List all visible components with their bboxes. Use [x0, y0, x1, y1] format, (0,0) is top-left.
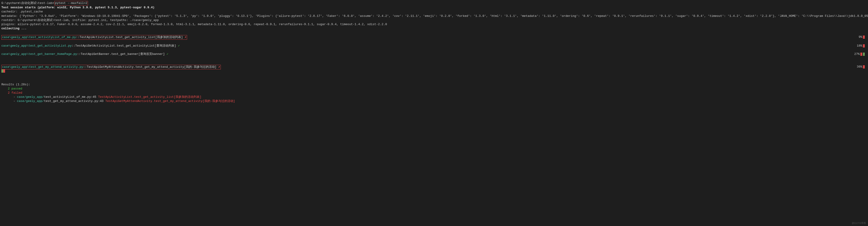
progress-block-icon — [863, 65, 865, 69]
fail1-test: TestApiActivityList.test_get_activity_li… — [98, 95, 202, 99]
plugins: plugins: allure-pytest-2.8.17, Faker-6.0… — [1, 23, 867, 27]
test4-path: case\geely_app\test_get_my_attend_activi… — [2, 65, 83, 69]
fail1-file: test_activityList_of_me.py — [44, 95, 91, 99]
test-row-4: case\geely_app\test_get_my_attend_activi… — [1, 65, 867, 69]
progress-line — [1, 69, 867, 74]
test-row-3: case\geely_app\test_get_banner_HomePage.… — [1, 52, 867, 56]
test-row-1: case\geely_app\test_activityList_of_me.p… — [1, 35, 867, 40]
blank — [1, 31, 867, 35]
metadata: metadata: {'Python': '3.9.0a4', 'Platfor… — [1, 14, 867, 18]
blank — [1, 61, 867, 65]
progress-block-icon — [860, 52, 862, 56]
session-start: Test session starts (platform: win32, Py… — [1, 5, 867, 10]
failed-line: 2 failed — [1, 91, 867, 95]
progress-block-icon — [1, 69, 3, 73]
dash: - — [13, 95, 17, 99]
percent-4-text: 36% — [857, 65, 862, 69]
blank — [1, 78, 867, 82]
percent-1-text: 9% — [859, 35, 862, 39]
test3-path: case\geely_app\test_get_banner_HomePage.… — [1, 52, 77, 56]
fail1-path: case/geely_app/ — [17, 95, 44, 99]
blank — [1, 40, 867, 44]
percent-4: 36% — [857, 65, 865, 69]
command-text: pytest --maxfail=2 — [55, 1, 87, 5]
fail2-file: test_get_my_attend_activity.py — [44, 100, 98, 103]
progress-block-icon — [863, 36, 865, 39]
fail-detail-2: - case/geely_app/test_get_my_attend_acti… — [1, 99, 867, 103]
test1-path: case\geely_app\test_activityList_of_me.p… — [2, 36, 76, 39]
fail2-line: :43 — [98, 100, 105, 103]
percent-3-text: 27% — [855, 52, 860, 56]
fail1-line: :45 — [91, 95, 98, 99]
progress-block-icon — [863, 44, 865, 47]
percent-1: 9% — [859, 35, 865, 39]
percent-3: 27% — [855, 52, 865, 56]
results-header: Results (1.28s): — [1, 82, 867, 87]
fail2-path: case/geely_app/ — [17, 100, 44, 103]
test-row-2: case\geely_app\test_get_activityList.py:… — [1, 44, 867, 48]
prompt-path: G:\pycharm\自动化测试\test-lab> — [1, 1, 54, 5]
test3-name: ::TestApiGetBanner.test_get_banner[查询首页b… — [77, 52, 166, 56]
test1-name: ::TestApiActivityList.test_get_activity_… — [76, 36, 185, 39]
passed-line: 2 passed — [1, 87, 867, 91]
check-icon: ✓ — [166, 52, 168, 56]
passed-label: passed — [11, 87, 22, 90]
test4-name: ::TestApiGetMyAttendActivity.test_get_my… — [83, 65, 218, 69]
rootdir: rootdir: G:\pycharm\自动化测试\test-lab, inif… — [1, 18, 867, 23]
test2-name: ::TestApiGetActivityList.test_get_activi… — [71, 44, 178, 47]
failed-label: failed — [11, 91, 22, 95]
blank — [1, 56, 867, 61]
fail-detail-1: - case/geely_app/test_activityList_of_me… — [1, 95, 867, 99]
failed-count: 2 — [8, 91, 11, 95]
blank — [1, 74, 867, 78]
percent-2-text: 18% — [857, 44, 862, 48]
progress-block-icon — [3, 69, 5, 73]
blank — [1, 48, 867, 52]
test1-highlight: case\geely_app\test_activityList_of_me.p… — [1, 35, 187, 40]
prompt-line: G:\pycharm\自动化测试\test-lab>pytest --maxfa… — [1, 1, 867, 5]
cachedir: cachedir: .pytest_cache — [1, 10, 867, 14]
test4-highlight: case\geely_app\test_get_my_attend_activi… — [1, 65, 221, 69]
test2-path: case\geely_app\test_get_activityList.py — [1, 44, 71, 47]
progress-block-icon — [863, 52, 865, 56]
dash: - — [13, 100, 17, 103]
passed-count: 2 — [8, 87, 11, 90]
percent-2: 18% — [857, 44, 865, 48]
fail2-test: TestApiGetMyAttendActivity.test_get_my_a… — [105, 100, 235, 103]
cross-icon: ✗ — [185, 36, 187, 39]
cross-icon: ✗ — [218, 65, 220, 69]
collecting: collecting ... — [1, 27, 867, 31]
command-highlight: pytest --maxfail=2 — [54, 1, 88, 5]
check-icon: ✓ — [178, 44, 180, 47]
